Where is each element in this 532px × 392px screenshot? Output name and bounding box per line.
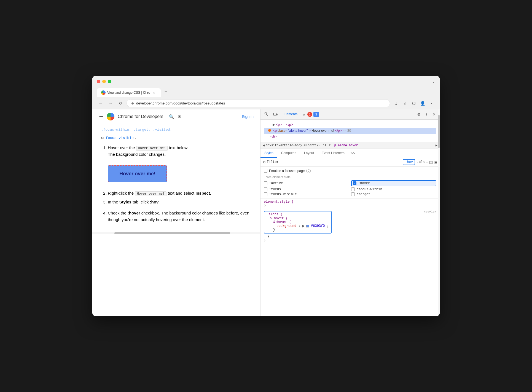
color-swatch[interactable] — [306, 225, 309, 227]
hov-button[interactable]: :hov — [403, 159, 415, 165]
devtools-panel: Elements » 1 3 ⚙ ⋮ ✕ ▶ <p> ··· </p> — [260, 109, 440, 316]
state-item-focus: :focus — [264, 187, 349, 191]
emulate-info-icon[interactable]: ? — [306, 169, 311, 173]
filter-input[interactable]: Filter — [267, 160, 402, 164]
article-content: :focus-within, :target, :visited, or foc… — [92, 123, 260, 232]
address-bar: ← → ↻ ⊕ developer.chrome.com/docs/devtoo… — [92, 97, 440, 109]
styles-tab[interactable]: Styles — [260, 149, 277, 158]
error-badge: 1 — [307, 112, 312, 117]
hamburger-icon[interactable]: ☰ — [99, 114, 103, 120]
active-label: :active — [269, 181, 283, 185]
device-toggle-icon[interactable] — [272, 111, 279, 118]
focus-visible-label: :focus-visible — [269, 192, 297, 196]
download-icon[interactable]: ⤓ — [392, 100, 400, 107]
blur-text-content: :focus-within, :target, :visited, — [101, 128, 172, 132]
breadcrumb-item-active[interactable]: p.aloha.hover — [334, 144, 358, 147]
active-tab[interactable]: View and change CSS | Chro × — [97, 88, 161, 97]
more-tabs-button[interactable]: » — [302, 112, 306, 117]
search-icon[interactable]: 🔍 — [169, 114, 174, 119]
new-style-rule-icon[interactable]: ▤ — [429, 160, 433, 164]
hover-demo-box[interactable]: Hover over me! — [108, 165, 167, 182]
focus-within-checkbox[interactable] — [351, 187, 355, 191]
target-label: :target — [356, 192, 370, 196]
expand-value-icon[interactable] — [302, 225, 304, 227]
breadcrumb-left-arrow[interactable]: ◀ — [263, 143, 265, 147]
dom-line-selected[interactable]: <p class= "aloha hover" > Hover over me!… — [264, 128, 436, 134]
traffic-light-red[interactable] — [97, 80, 100, 83]
aloha-rule-container: .aloha { &.hover { &:hover { background … — [264, 210, 436, 235]
traffic-light-yellow[interactable] — [102, 80, 106, 83]
step2-text-after: text and select Inspect. — [168, 191, 211, 195]
focus-visible-code: focus-visible — [106, 136, 133, 140]
scrollbar-thumb[interactable] — [114, 232, 230, 234]
element-style-close: } — [264, 204, 266, 208]
devtools-close-button[interactable]: ✕ — [431, 111, 437, 118]
tab-favicon-icon — [101, 90, 106, 95]
or-text: or — [101, 135, 106, 140]
devtools-more-icon[interactable]: ⋮ — [423, 111, 430, 118]
dom-tree: ▶ <p> ··· </p> <p class= "aloha hover" >… — [260, 120, 440, 142]
add-rule-button[interactable]: + — [426, 160, 428, 164]
styles-sidebar-icon[interactable]: ▣ — [434, 160, 437, 164]
cls-button[interactable]: .cls — [417, 160, 425, 164]
breadcrumb-item-2[interactable]: ol — [323, 144, 326, 147]
hover-checkbox[interactable]: ✓ — [353, 181, 356, 185]
back-button[interactable]: ← — [97, 100, 104, 107]
breadcrumb-right-arrow[interactable]: ▶ — [436, 143, 437, 147]
tab-close-button[interactable]: × — [152, 90, 156, 95]
dom-line-1: ▶ <p> ··· </p> — [264, 122, 436, 128]
state-item-focus-within: :focus-within — [351, 187, 436, 191]
tab-chevron-icon[interactable]: ⌄ — [432, 79, 435, 84]
devtools-scrollbar[interactable] — [438, 109, 440, 316]
profile-icon[interactable]: 👤 — [419, 100, 426, 107]
extensions-icon[interactable]: ⬡ — [410, 100, 418, 107]
element-style-rule: element.style { } — [264, 200, 436, 208]
traffic-light-green[interactable] — [108, 80, 111, 83]
focus-visible-checkbox[interactable] — [264, 192, 267, 196]
filter-bar: ⊘ Filter :hov .cls + ▤ ▣ — [260, 158, 440, 167]
step2-code: Hover over me! — [135, 191, 166, 196]
site-logo-icon — [107, 113, 114, 120]
svg-rect-0 — [265, 112, 266, 114]
hover-bold: :hover — [128, 211, 140, 215]
elements-tab[interactable]: Elements — [280, 111, 301, 118]
step-3: In the Styles tab, click :hov. — [108, 199, 251, 205]
window-controls-row: ⌄ — [97, 79, 435, 84]
element-picker-icon[interactable] — [263, 111, 270, 118]
period-text: . — [135, 135, 136, 140]
bookmark-icon[interactable]: ☆ — [401, 100, 409, 107]
horizontal-scrollbar[interactable] — [92, 232, 260, 234]
focus-checkbox[interactable] — [264, 187, 267, 191]
svg-line-1 — [266, 114, 268, 116]
svg-rect-3 — [276, 114, 277, 115]
emulate-focused-checkbox[interactable] — [264, 169, 267, 173]
state-item-active: :active — [264, 180, 349, 186]
new-tab-button[interactable]: + — [161, 87, 171, 97]
more-styles-tabs-button[interactable]: >> — [348, 149, 357, 158]
event-listeners-tab[interactable]: Event Listeners — [318, 149, 348, 158]
background-property: background : #6393f0 ; — [267, 224, 329, 228]
step-2: Right-click the Hover over me! text and … — [108, 190, 251, 197]
layout-tab[interactable]: Layout — [300, 149, 318, 158]
address-secure-icon: ⊕ — [131, 101, 134, 105]
address-input[interactable]: ⊕ developer.chrome.com/docs/devtools/css… — [127, 99, 390, 107]
reload-button[interactable]: ↻ — [117, 100, 124, 107]
target-checkbox[interactable] — [351, 192, 355, 196]
settings-icon[interactable]: ⚙ — [415, 111, 422, 118]
forward-button[interactable]: → — [107, 100, 114, 107]
state-grid: :active ✓ :hover :focus :fo — [264, 180, 436, 196]
state-item-focus-visible: :focus-visible — [264, 192, 349, 196]
menu-icon[interactable]: ⋮ — [428, 100, 435, 107]
styles-tabs: Styles Computed Layout Event Listeners >… — [260, 149, 440, 158]
devtools-toolbar: Elements » 1 3 ⚙ ⋮ ✕ — [260, 109, 440, 120]
computed-tab[interactable]: Computed — [277, 149, 300, 158]
step3-text1: In the Styles tab, click :hov. — [108, 200, 160, 204]
devtools-scrollbar-thumb[interactable] — [438, 115, 440, 148]
active-checkbox[interactable] — [264, 181, 267, 185]
theme-toggle-icon[interactable]: ☀ — [178, 114, 181, 119]
breadcrumb-item-3[interactable]: li — [328, 144, 332, 147]
address-actions: ⤓ ☆ ⬡ 👤 ⋮ — [392, 100, 435, 107]
sign-in-button[interactable]: Sign in — [242, 114, 254, 119]
dom-arrow-icon[interactable]: ▶ — [273, 123, 275, 127]
breadcrumb-item-1[interactable]: devsite-article-body.clearfix. — [266, 144, 320, 147]
